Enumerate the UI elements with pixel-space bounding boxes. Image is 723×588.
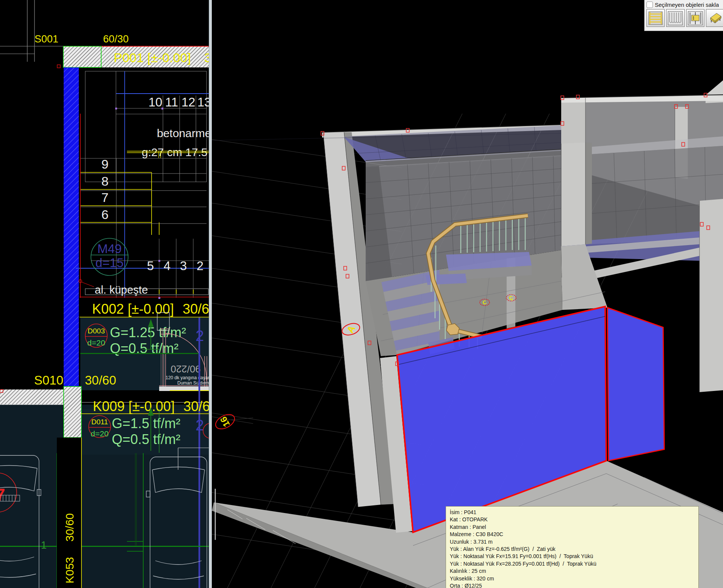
column-label-s001: S001 [34,33,58,45]
composite-deck-icon [648,11,663,25]
display-options-panel: Seçilmeyen objeleri sakla [644,0,723,31]
wall-section-hatch-left [0,389,64,405]
selected-panel-neighbor[interactable] [607,308,664,461]
slab-note-2: g:27 cm 17.5 [142,146,207,158]
beam-label-k053: K053 [63,557,76,583]
tooltip-load-point-1: Yük : Noktasal Yük Fx=15.91 Fy=0.001 tf(… [450,553,695,560]
tooltip-name: İsim : P041 [450,509,695,516]
tooltip-load-area: Yük : Alan Yük Fz=-0.625 tf/m²(G) / Zati… [450,546,695,553]
fire-note-2: Duman Sızdırm [177,380,209,386]
svg-text:12: 12 [182,95,196,109]
beam-dim-60-30: 60/30 [103,33,129,45]
hide-unselected-checkbox[interactable] [646,2,653,8]
handrail-label: al. küpeşte [95,284,148,296]
door-dim-90-220: 90/220 [171,363,201,375]
beam-label-k009: K009 [±-0.00] [93,399,175,414]
beam-dim-k053: 30/60 [63,513,76,541]
tooltip-storey: Kat : OTOPARK [450,516,695,523]
panel-label-p001: P001 [±-0.00] [114,50,191,65]
tooltip-load-point-2: Yük : Noktasal Yük Fx=28.205 Fy=0.001 tf… [450,560,695,568]
tooltip-height: Yükseklik : 320 cm [450,575,695,582]
shearwall-hatch-column [64,67,79,390]
object-info-tooltip: İsim : P041 Kat : OTOPARK Katman : Panel… [446,506,699,588]
svg-text:2: 2 [197,259,203,273]
composite-deck-button[interactable] [646,9,665,27]
svg-text:13: 13 [197,95,209,109]
svg-text:10: 10 [149,95,163,109]
column-label-s010: S010 [34,373,63,387]
panel-label-p001-dim: 3 [204,50,209,65]
tooltip-length: Uzunluk : 3.731 m [450,538,695,546]
load-q-k009: Q=0.5 tf/m² [112,432,180,447]
cad-application-window: P001 [±-0.00] 3 S001 60/30 10 11 12 13 b… [0,0,723,588]
svg-text:5: 5 [147,259,154,273]
corrugated-sheet-icon [668,11,683,25]
model-view-3d[interactable]: A 16 C Ç [212,0,723,588]
svg-text:3: 3 [180,259,187,273]
svg-text:4: 4 [164,259,171,273]
svg-text:D003: D003 [88,327,105,335]
fire-note-1: 120 dk yangına dayan [166,375,209,380]
svg-text:d=15: d=15 [95,256,124,270]
load-g-k002: G=1.25 tf/m² [110,325,186,340]
tooltip-rebar: Orta : Ø12/25 [450,582,695,588]
load-g-k009: G=1.5 tf/m² [112,416,180,431]
svg-text:8: 8 [102,174,109,188]
slab-button[interactable] [706,9,723,27]
slab-note-1: betonarme [157,127,209,139]
beam-dim-k002: 30/60 [183,301,209,317]
svg-text:M49: M49 [97,242,122,256]
column-hatch-green [64,386,81,438]
svg-text:11: 11 [165,95,178,109]
tooltip-material: Malzeme : C30 B420C [450,531,695,538]
panel-icon [688,11,703,25]
hide-unselected-label: Seçilmeyen objeleri sakla [655,2,719,8]
axis-label-1: 1 [41,540,47,551]
tooltip-thickness: Kalınlık : 25 cm [450,568,695,575]
svg-text:d=20: d=20 [87,338,105,347]
svg-text:D011: D011 [91,418,108,426]
axis-label-2b: 2 [196,417,204,433]
tooltip-layer: Katman : Panel [450,524,695,531]
axis-label-2a: 2 [196,327,204,344]
panel-wall-button[interactable] [686,9,704,27]
slab-icon [707,11,723,25]
svg-text:7: 7 [102,190,109,205]
beam-dim-s010: 30/60 [85,373,116,387]
corrugated-sheet-button[interactable] [666,9,684,27]
svg-text:6: 6 [102,207,109,222]
beam-dim-k009: 30/6 [183,399,209,414]
svg-text:d=20: d=20 [91,429,108,438]
svg-text:9: 9 [102,157,109,171]
beam-label-k002: K002 [±-0.00] [92,301,174,317]
plan-view-2d[interactable]: P001 [±-0.00] 3 S001 60/30 10 11 12 13 b… [0,0,209,588]
